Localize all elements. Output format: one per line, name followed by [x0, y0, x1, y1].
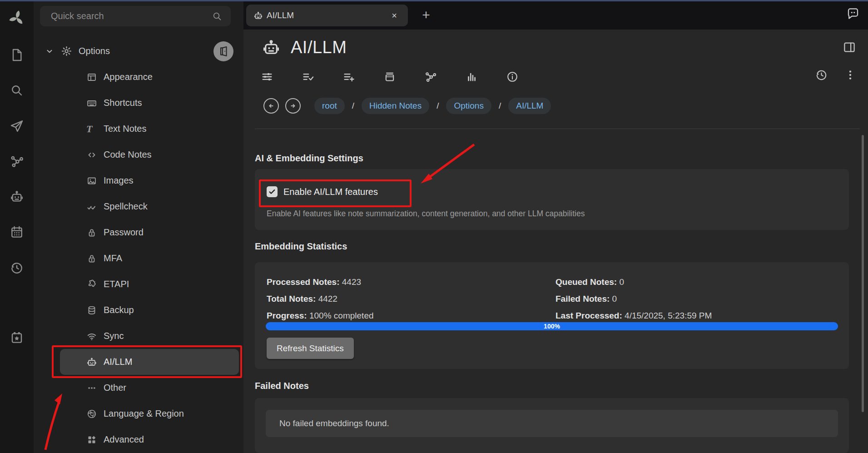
breadcrumb-ai-llm[interactable]: AI/LLM	[508, 98, 551, 114]
stats-column-left: Processed Notes: 4423 Total Notes: 4422 …	[267, 274, 374, 324]
close-icon[interactable]: ×	[388, 10, 401, 22]
ai-chat-icon[interactable]	[0, 184, 34, 209]
bookmarks-icon[interactable]	[0, 325, 34, 350]
tree-item-label: MFA	[104, 253, 122, 264]
stat-row: Total Notes: 4422	[267, 290, 374, 307]
stat-row: Queued Notes: 0	[556, 274, 712, 290]
tree-item-label: Backup	[104, 305, 134, 315]
grid-icon	[86, 434, 97, 445]
tree-item-label: Code Notes	[104, 149, 152, 160]
tree-item-mfa[interactable]: MFA	[34, 245, 243, 271]
options-tree: Options Appearance Shortcuts TText Notes…	[34, 38, 243, 453]
robot-icon	[262, 38, 281, 57]
code-icon	[86, 149, 97, 160]
checkbox-description: Enable AI features like note summarizati…	[267, 209, 585, 219]
breadcrumb-hidden-notes[interactable]: Hidden Notes	[362, 98, 429, 114]
stats-column-right: Queued Notes: 0 Failed Notes: 0 Last Pro…	[556, 274, 712, 324]
tree-item-label: Language & Region	[104, 408, 184, 419]
stat-row: Failed Notes: 0	[556, 290, 712, 307]
sidebar: Options Appearance Shortcuts TText Notes…	[34, 1, 243, 453]
back-button[interactable]	[263, 98, 279, 114]
checkbox-checked-icon[interactable]	[267, 186, 278, 197]
robot-icon	[253, 11, 263, 20]
tree-item-label: Other	[104, 383, 126, 393]
kebab-icon[interactable]	[844, 69, 856, 81]
recent-changes-icon[interactable]	[0, 255, 34, 280]
search-icon[interactable]	[0, 78, 34, 103]
tree-item-label: Appearance	[104, 72, 153, 82]
tab-ai-llm[interactable]: AI/LLM ×	[246, 5, 408, 26]
tree-item-label: Options	[79, 46, 110, 56]
bar-chart-icon[interactable]	[465, 70, 478, 83]
note-map-icon[interactable]	[424, 70, 437, 83]
tree-item-backup[interactable]: Backup	[34, 297, 243, 323]
tree-item-other[interactable]: Other	[34, 375, 243, 401]
info-icon[interactable]	[506, 70, 519, 83]
enable-ai-checkbox-row[interactable]: Enable AI/LLM features	[267, 186, 378, 197]
refresh-statistics-button[interactable]: Refresh Statistics	[267, 338, 354, 359]
tree-item-label: Password	[104, 227, 144, 238]
tree-item-ai-llm[interactable]: AI/LLM	[60, 349, 239, 375]
vertical-scrollbar[interactable]	[862, 135, 864, 412]
breadcrumb-separator: /	[351, 101, 355, 111]
layout-icon	[86, 72, 97, 83]
tree-item-advanced[interactable]: Advanced	[34, 427, 243, 453]
gear-icon	[61, 45, 72, 57]
tree-item-text-notes[interactable]: TText Notes	[34, 116, 243, 142]
tab-bar: AI/LLM × +	[243, 1, 868, 30]
tree-item-label: ETAPI	[104, 279, 129, 289]
stat-row: Processed Notes: 4423	[267, 274, 374, 290]
image-icon	[86, 175, 97, 186]
archive-icon[interactable]	[383, 70, 396, 83]
lock-icon	[86, 253, 97, 264]
breadcrumb: root / Hidden Notes / Options / AI/LLM	[263, 98, 551, 114]
forward-button[interactable]	[285, 98, 301, 114]
stats-heading: Embedding Statistics	[255, 241, 347, 252]
launcher-bar	[0, 1, 34, 453]
search-icon[interactable]	[212, 11, 223, 22]
breadcrumb-root[interactable]: root	[314, 98, 345, 114]
list-plus-icon[interactable]	[342, 70, 355, 83]
jump-to-icon[interactable]	[0, 113, 34, 139]
ai-settings-heading: AI & Embedding Settings	[255, 153, 363, 164]
tree-item-options[interactable]: Options	[34, 38, 243, 64]
tree-item-images[interactable]: Images	[34, 168, 243, 194]
split-pane-icon[interactable]	[843, 40, 856, 54]
text-t-icon: T	[86, 123, 97, 135]
chat-bubble-icon[interactable]	[846, 7, 860, 20]
search-input[interactable]	[40, 11, 212, 21]
tree-item-label: Images	[104, 175, 134, 186]
tree-item-label: Text Notes	[104, 124, 146, 134]
trilium-logo-icon	[0, 5, 34, 31]
note-map-icon[interactable]	[0, 149, 34, 174]
globe-icon	[86, 408, 97, 419]
ai-settings-card: Enable AI/LLM features Enable AI feature…	[255, 169, 849, 230]
tree-item-spellcheck[interactable]: Spellcheck	[34, 194, 243, 219]
calendar-icon[interactable]	[0, 219, 34, 245]
list-check-icon[interactable]	[302, 70, 314, 83]
tree-item-label: Sync	[104, 331, 124, 341]
tree-item-etapi[interactable]: ETAPI	[34, 271, 243, 297]
door-icon[interactable]	[213, 41, 233, 61]
tree-item-label: Spellcheck	[104, 201, 148, 212]
tree-item-sync[interactable]: Sync	[34, 323, 243, 349]
tree-item-appearance[interactable]: Appearance	[34, 64, 243, 90]
page-title: AI/LLM	[291, 38, 347, 57]
chevron-down-icon[interactable]	[45, 46, 55, 56]
new-tab-button[interactable]: +	[417, 6, 435, 24]
sliders-icon[interactable]	[261, 70, 273, 83]
tree-item-shortcuts[interactable]: Shortcuts	[34, 90, 243, 116]
tree-item-password[interactable]: Password	[34, 219, 243, 245]
tree-item-code-notes[interactable]: Code Notes	[34, 142, 243, 168]
tree-item-language-region[interactable]: Language & Region	[34, 401, 243, 427]
tree-item-label: Advanced	[104, 434, 144, 445]
puzzle-icon	[86, 279, 97, 290]
new-note-icon[interactable]	[0, 42, 34, 68]
checkbox-label[interactable]: Enable AI/LLM features	[283, 187, 378, 197]
history-icon[interactable]	[815, 68, 828, 81]
spellcheck-icon	[86, 201, 97, 212]
database-icon	[86, 305, 97, 316]
breadcrumb-options[interactable]: Options	[446, 98, 491, 114]
failed-notes-card: No failed embeddings found.	[255, 398, 849, 453]
embedding-progress-bar: 100%	[266, 322, 838, 330]
